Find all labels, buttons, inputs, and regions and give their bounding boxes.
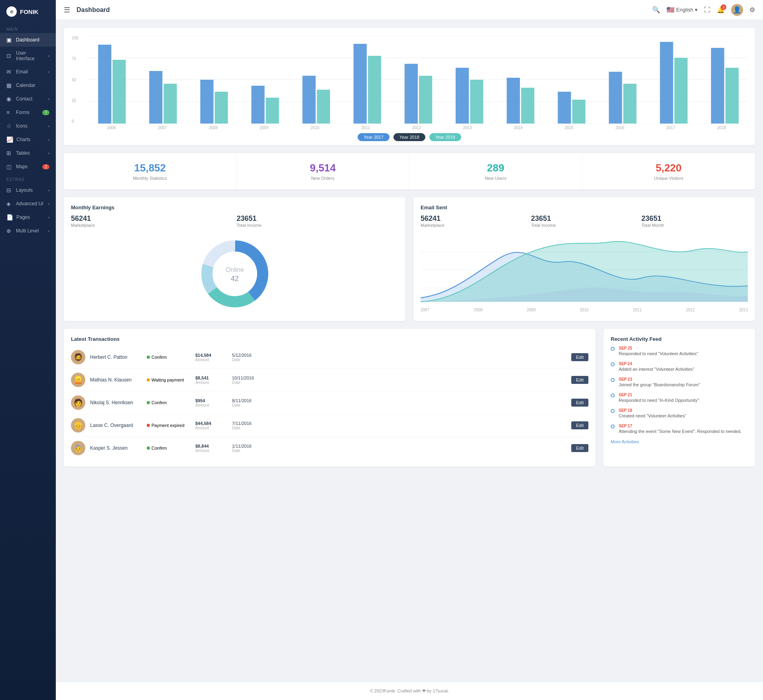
table-row: 🧔 Herbert C. Patton Confirm $14,584 Amou… [71, 346, 588, 369]
sidebar-label-charts: Charts [16, 137, 30, 142]
search-icon[interactable]: 🔍 [652, 6, 660, 14]
tx-amount-label-2: Amount [195, 380, 227, 385]
pages-icon: 📄 [6, 214, 13, 220]
y-label-75: 75 [72, 57, 83, 61]
notifications-button[interactable]: 🔔 3 [717, 6, 725, 14]
avatar: 🧓 [71, 441, 85, 455]
tx-amount-4: $44,584 [195, 421, 227, 426]
edit-button-4[interactable]: Edit [571, 421, 588, 429]
email-stats: 56241 Marketplace 23651 Total Income 236… [421, 214, 748, 228]
chevron-right-icon: › [48, 54, 49, 58]
svg-rect-13 [303, 76, 316, 124]
svg-text:42: 42 [230, 275, 238, 283]
x-label-2018: 2018 [717, 126, 726, 130]
email-month: 23651 Total Month [641, 214, 748, 228]
sidebar-label-forms: Forms [16, 110, 29, 115]
avatar[interactable]: 👤 [731, 4, 743, 16]
stats-row: 15,852 Monthly Statistics 9,514 New Orde… [64, 153, 755, 189]
sidebar-item-forms[interactable]: ≡ Forms 7 [0, 106, 56, 119]
tx-name-3: Nikolaj S. Henriksen [90, 400, 142, 405]
menu-icon[interactable]: ☰ [64, 6, 70, 14]
earnings-title: Monthly Earnings [71, 204, 398, 210]
legend-year-2017[interactable]: Year 2017 [358, 133, 389, 141]
sidebar-item-dashboard[interactable]: ▣ Dashboard [0, 33, 56, 47]
layouts-icon: ⊟ [6, 187, 13, 193]
chevron-right-icon: › [48, 124, 49, 128]
legend-year-2018[interactable]: Year 2018 [393, 133, 425, 141]
footer-text: © 2023Fonik- Crafted with ❤ by 17sucai. [370, 688, 449, 693]
sidebar-item-calendar[interactable]: ▦ Calendar [0, 79, 56, 92]
email-income-num: 23651 [531, 214, 637, 223]
sidebar-item-tables[interactable]: ⊞ Tables › [0, 146, 56, 160]
tx-amount-3: $954 [195, 398, 227, 403]
sidebar-item-user-interface[interactable]: ⊡ User Interface › [0, 47, 56, 65]
sidebar-item-maps[interactable]: ◫ Maps 2 [0, 160, 56, 173]
chevron-right-icon: › [48, 229, 49, 233]
sidebar-item-contact[interactable]: ◉ Contact › [0, 92, 56, 106]
svg-rect-9 [200, 80, 213, 124]
email-month-num: 23651 [641, 214, 748, 223]
edit-button-3[interactable]: Edit [571, 399, 588, 407]
area-x-2007: 2007 [421, 308, 429, 312]
svg-rect-14 [317, 90, 330, 124]
stat-monthly: 15,852 Monthly Statistics [64, 153, 237, 189]
svg-rect-30 [726, 68, 739, 124]
table-row: 👱 Mathias N. Klausen Waiting payment $8,… [71, 369, 588, 391]
edit-button[interactable]: Edit [571, 353, 588, 361]
x-label-2008: 2008 [209, 126, 218, 130]
edit-button-2[interactable]: Edit [571, 376, 588, 384]
sidebar-item-pages[interactable]: 📄 Pages › [0, 210, 56, 224]
settings-icon[interactable]: ⚙ [749, 6, 755, 14]
tx-date-col-4: 7/11/2016 Date [232, 421, 264, 430]
chevron-right-icon: › [48, 151, 49, 155]
language-selector[interactable]: 🇺🇸 English ▾ [667, 6, 698, 14]
activity-date-1: SEP 25 [619, 346, 748, 350]
tx-name-2: Mathias N. Klausen [90, 377, 142, 383]
tx-date-col-2: 10/11/2016 Date [232, 376, 264, 385]
activity-date-4: SEP 21 [619, 393, 748, 397]
tx-date-col-5: 1/11/2016 Date [232, 444, 264, 453]
tx-amount-label-3: Amount [195, 403, 227, 407]
tx-date-label-5: Date [232, 448, 264, 453]
tx-status-5: Confirm [147, 446, 191, 450]
y-label-100: 100 [72, 36, 83, 40]
fullscreen-button[interactable]: ⛶ [704, 6, 710, 14]
stat-orders-number: 9,514 [245, 162, 401, 174]
sidebar-item-icons[interactable]: ☆ Icons › [0, 119, 56, 133]
bottom-row: Latest Transactions 🧔 Herbert C. Patton … [64, 329, 755, 466]
more-activities-link[interactable]: More Activities [611, 439, 748, 444]
edit-button-5[interactable]: Edit [571, 444, 588, 452]
tx-amount-label-4: Amount [195, 426, 227, 430]
footer: © 2023Fonik- Crafted with ❤ by 17sucai. [56, 682, 763, 700]
tx-amount-label-5: Amount [195, 448, 227, 453]
sidebar-item-email[interactable]: ✉ Email › [0, 65, 56, 79]
icons-icon: ☆ [6, 123, 13, 129]
bar-chart-svg [86, 36, 747, 124]
activity-date-2: SEP 24 [619, 362, 748, 366]
tx-status-1: Confirm [147, 355, 191, 360]
sidebar-item-layouts[interactable]: ⊟ Layouts › [0, 183, 56, 197]
tx-amount-col-3: $954 Amount [195, 398, 227, 407]
tx-status-text-3: Confirm [151, 400, 167, 405]
chevron-right-icon: › [48, 97, 49, 101]
activity-dot-col [611, 424, 615, 434]
svg-rect-28 [675, 58, 688, 124]
email-income: 23651 Total Income [531, 214, 637, 228]
x-label-2011: 2011 [361, 126, 370, 130]
svg-rect-29 [711, 48, 724, 124]
logo[interactable]: ⊙ FONIK [0, 0, 56, 23]
tx-name-1: Herbert C. Patton [90, 354, 142, 360]
legend-year-2019[interactable]: Year 2019 [429, 133, 461, 141]
sidebar-label-contact: Contact [16, 96, 32, 102]
activity-dot [611, 425, 615, 429]
svg-rect-10 [215, 92, 228, 124]
sidebar-item-advanced-ui[interactable]: ◈ Advanced UI › [0, 197, 56, 210]
tx-date-col-1: 5/12/2016 Date [232, 353, 264, 362]
page-title: Dashboard [77, 6, 110, 14]
sidebar-item-charts[interactable]: 📈 Charts › [0, 133, 56, 146]
tx-date-label-4: Date [232, 426, 264, 430]
sidebar-label-multi-level: Multi Level [16, 228, 39, 234]
sidebar-item-multi-level[interactable]: ⊕ Multi Level › [0, 224, 56, 238]
stat-users: 289 New Users [409, 153, 582, 189]
transactions-title: Latest Transactions [71, 336, 588, 342]
